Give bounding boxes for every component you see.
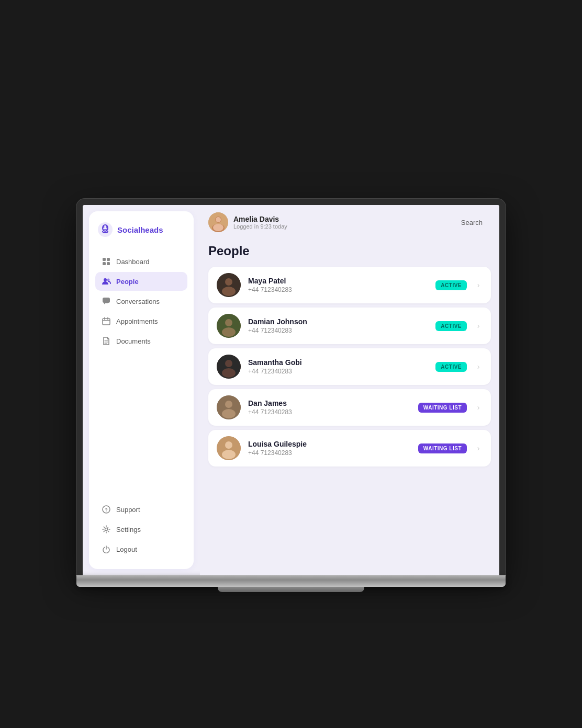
sidebar-item-settings[interactable]: Settings: [95, 520, 187, 539]
status-badge: ACTIVE: [435, 362, 467, 372]
svg-point-3: [106, 226, 108, 228]
power-icon: [102, 544, 111, 554]
person-name: Maya Patel: [248, 277, 428, 285]
people-list: Maya Patel +44 712340283 ACTIVE › Damian…: [208, 267, 491, 467]
svg-rect-11: [103, 318, 110, 325]
sidebar-item-dashboard-label: Dashboard: [116, 258, 150, 266]
document-icon: [102, 336, 111, 346]
person-info: Dan James +44 712340283: [248, 399, 411, 416]
svg-rect-7: [107, 262, 110, 265]
avatar: [208, 212, 228, 232]
svg-rect-6: [103, 262, 106, 265]
sidebar-item-conversations[interactable]: Conversations: [95, 292, 187, 311]
person-name: Samantha Gobi: [248, 358, 428, 367]
sidebar-item-logout-label: Logout: [116, 545, 137, 553]
svg-point-33: [225, 441, 232, 449]
person-info: Louisa Guilespie +44 712340283: [248, 440, 411, 457]
svg-point-8: [104, 278, 107, 281]
sidebar-item-settings-label: Settings: [116, 526, 141, 533]
sidebar: Socialheads Dashboard: [89, 211, 194, 569]
chevron-right-icon: ›: [474, 403, 483, 412]
user-name: Amelia Davis: [233, 215, 287, 223]
person-name: Louisa Guilespie: [248, 440, 411, 448]
content-area: People Maya Patel +44 712340283 ACTIVE ›: [200, 240, 499, 575]
person-avatar: [217, 273, 241, 297]
person-phone: +44 712340283: [248, 368, 428, 375]
sidebar-item-people[interactable]: People: [95, 272, 187, 291]
chevron-right-icon: ›: [474, 362, 483, 371]
logo-text: Socialheads: [117, 225, 163, 234]
person-phone: +44 712340283: [248, 449, 411, 457]
header: Amelia Davis Logged in 9:23 today Search: [200, 205, 499, 240]
person-info: Samantha Gobi +44 712340283: [248, 358, 428, 375]
svg-point-18: [216, 217, 221, 222]
sidebar-item-support-label: Support: [116, 506, 140, 514]
person-avatar: [217, 395, 241, 419]
person-name: Dan James: [248, 399, 411, 407]
grid-icon: [102, 257, 111, 266]
person-phone: +44 712340283: [248, 408, 411, 416]
nav-bottom: ? Support Settings: [95, 500, 187, 559]
sidebar-item-support[interactable]: ? Support: [95, 500, 187, 519]
chat-icon: [102, 297, 111, 306]
user-details: Amelia Davis Logged in 9:23 today: [233, 215, 287, 230]
main-content: Amelia Davis Logged in 9:23 today Search…: [200, 205, 499, 575]
person-info: Damian Johnson +44 712340283: [248, 317, 428, 334]
person-phone: +44 712340283: [248, 286, 428, 293]
sidebar-item-appointments[interactable]: Appointments: [95, 312, 187, 331]
chevron-right-icon: ›: [474, 444, 483, 452]
user-status: Logged in 9:23 today: [233, 223, 287, 230]
logo-area: Socialheads: [95, 222, 187, 237]
search-button[interactable]: Search: [455, 215, 489, 230]
svg-point-2: [103, 226, 105, 228]
sidebar-item-people-label: People: [116, 278, 139, 286]
svg-point-19: [213, 224, 223, 231]
status-badge: WAITING LIST: [418, 443, 467, 453]
help-icon: ?: [102, 505, 111, 514]
svg-point-21: [225, 278, 232, 286]
person-card[interactable]: Louisa Guilespie +44 712340283 WAITING L…: [208, 430, 491, 467]
person-avatar: [217, 436, 241, 460]
logo-icon: [97, 222, 113, 237]
person-phone: +44 712340283: [248, 327, 428, 334]
svg-rect-10: [103, 298, 110, 303]
person-card[interactable]: Dan James +44 712340283 WAITING LIST ›: [208, 389, 491, 426]
person-info: Maya Patel +44 712340283: [248, 277, 428, 293]
svg-point-9: [107, 279, 110, 281]
status-badge: ACTIVE: [435, 280, 467, 290]
people-icon: [102, 277, 111, 286]
person-card[interactable]: Maya Patel +44 712340283 ACTIVE ›: [208, 267, 491, 303]
svg-point-28: [222, 368, 236, 378]
nav-items: Dashboard People: [95, 252, 187, 492]
svg-point-24: [225, 319, 232, 326]
svg-point-30: [225, 401, 232, 408]
svg-point-25: [222, 327, 236, 337]
sidebar-item-logout[interactable]: Logout: [95, 540, 187, 559]
person-avatar: [217, 355, 241, 379]
svg-rect-5: [107, 258, 110, 261]
page-title: People: [208, 244, 491, 258]
calendar-icon: [102, 316, 111, 326]
sidebar-item-dashboard[interactable]: Dashboard: [95, 252, 187, 271]
status-badge: WAITING LIST: [418, 403, 467, 413]
person-card[interactable]: Samantha Gobi +44 712340283 ACTIVE ›: [208, 348, 491, 385]
sidebar-item-appointments-label: Appointments: [116, 317, 158, 325]
svg-point-22: [222, 287, 236, 296]
svg-rect-4: [103, 258, 106, 261]
chevron-right-icon: ›: [474, 281, 483, 289]
gear-icon: [102, 525, 111, 534]
sidebar-item-documents[interactable]: Documents: [95, 332, 187, 350]
person-name: Damian Johnson: [248, 317, 428, 326]
person-card[interactable]: Damian Johnson +44 712340283 ACTIVE ›: [208, 308, 491, 344]
status-badge: ACTIVE: [435, 321, 467, 331]
svg-point-31: [222, 409, 236, 418]
svg-point-34: [222, 450, 236, 459]
svg-text:?: ?: [105, 507, 108, 513]
svg-point-27: [225, 360, 232, 367]
sidebar-item-documents-label: Documents: [116, 337, 151, 345]
chevron-right-icon: ›: [474, 322, 483, 330]
user-info: Amelia Davis Logged in 9:23 today: [208, 212, 287, 232]
person-avatar: [217, 314, 241, 338]
sidebar-item-conversations-label: Conversations: [116, 298, 160, 305]
